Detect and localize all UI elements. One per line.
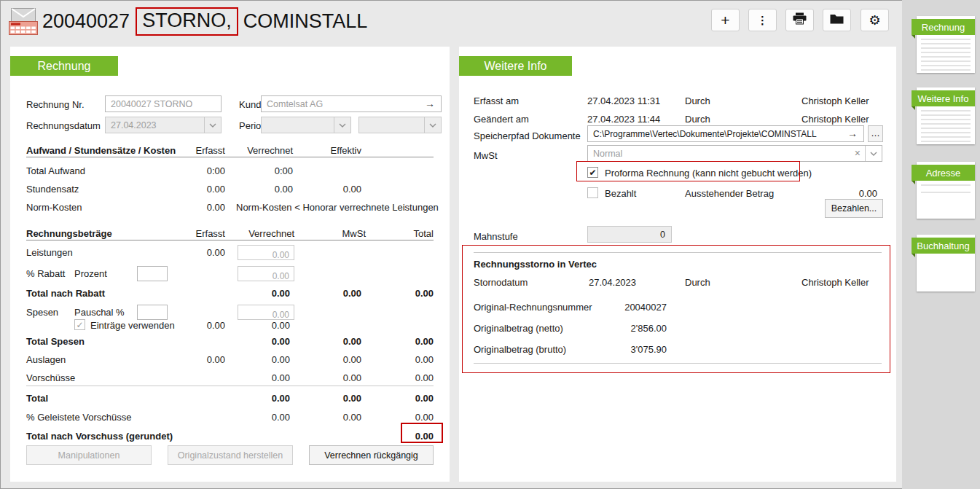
section-divider	[26, 157, 434, 157]
chevron-down-icon[interactable]	[424, 117, 441, 133]
thumbnail-label: Buchhaltung	[917, 240, 969, 251]
page-title: 20040027 STORNO, COMINSTALL	[42, 0, 372, 42]
mahnstufe-row: Mahnstufe	[474, 224, 879, 243]
print-button[interactable]	[785, 9, 814, 31]
thumbnail-adresse[interactable]: Adresse	[902, 162, 980, 223]
menu-button[interactable]: ⋮	[748, 9, 777, 31]
proforma-checkbox[interactable]: ✔	[587, 167, 598, 178]
checkmark-icon: ✔	[589, 168, 596, 177]
thumbnail-label: Adresse	[926, 168, 961, 179]
originalbetrag-netto-value: 2'856.00	[587, 319, 667, 337]
value-total: 0.00	[26, 427, 434, 445]
mahnstufe-label: Mahnstufe	[474, 227, 518, 246]
title-project: COMINSTALL	[243, 10, 368, 33]
total-row: Total 0.00 0.00 0.00	[26, 389, 434, 407]
originalzustand-button[interactable]: Originalzustand herstellen	[168, 445, 293, 465]
kebab-menu-icon: ⋮	[757, 15, 768, 26]
vertec-invoice-window: 20040027 STORNO, COMINSTALL + ⋮	[0, 0, 980, 489]
leistungen-verrechnet-input[interactable]	[238, 245, 294, 260]
rechnungsdatum-label: Rechnungsdatum	[26, 117, 101, 135]
total-aufwand-row: Total Aufwand 0:00 0:00	[26, 162, 434, 180]
mwst-dropdown[interactable]: ×	[587, 145, 882, 162]
gear-icon: ⚙	[869, 14, 880, 27]
row-label: Stornodatum	[474, 273, 528, 292]
thumbnail-content-preview	[921, 39, 971, 73]
chevron-down-icon[interactable]	[334, 117, 350, 133]
settings-button[interactable]: ⚙	[861, 9, 889, 31]
add-button[interactable]: +	[711, 9, 740, 31]
value-total: 0.00	[26, 369, 434, 387]
banner-fold	[912, 106, 915, 110]
value-effektiv: 0.00	[26, 180, 361, 198]
clear-icon[interactable]: ×	[850, 144, 865, 163]
stornodatum-value: 27.04.2023	[589, 273, 636, 292]
original-rechnungsnummer-row: Original-Rechnungsnummer 20040027	[474, 298, 879, 316]
thumbnail-banner: Adresse	[912, 165, 975, 181]
original-rechnungsnummer-value: 20040027	[587, 298, 667, 316]
thumbnail-content-preview	[921, 110, 971, 144]
thumbnail-weitere-info[interactable]: Weitere Info	[902, 87, 980, 149]
originalbetrag-brutto-row: Originalbetrag (brutto) 3'075.90	[474, 340, 879, 359]
geleistete-vorschuesse-row: % Geleistete Vorschüsse 0.00 0.00 0.00	[26, 408, 434, 426]
rechnung-nr-input[interactable]	[105, 95, 222, 112]
path-goto-arrow-icon[interactable]: →	[846, 125, 863, 143]
speicherpfad-row: Speicherpfad Dokumente → …	[474, 124, 879, 142]
weitere-info-banner-label: Weitere Info	[485, 60, 547, 73]
row-label: Originalbetrag (brutto)	[474, 340, 566, 359]
bezahlen-button[interactable]: Bezahlen...	[825, 199, 883, 218]
documents-button[interactable]	[823, 9, 851, 31]
thumbnail-rechnung[interactable]: Rechnung	[902, 16, 980, 77]
value-verrechnet: 0:00	[26, 162, 293, 180]
folder-icon	[830, 14, 844, 27]
mwst-label: MwSt	[474, 146, 498, 165]
chevron-down-icon[interactable]	[204, 117, 221, 133]
stundensatz-row: Stundensatz 0.00 0.00 0.00	[26, 180, 434, 198]
row-divider	[26, 386, 434, 386]
rechnung-panel: Rechnung Rechnung Nr. Kunde → Rechnungsd…	[10, 47, 450, 482]
kunde-input[interactable]: →	[261, 95, 442, 112]
stornodatum-row: Stornodatum 27.04.2023 Durch Christoph K…	[474, 273, 879, 292]
user-name: Christoph Keller	[801, 273, 869, 292]
rechnung-nr-label: Rechnung Nr.	[26, 95, 85, 114]
title-bar: 20040027 STORNO, COMINSTALL + ⋮	[0, 0, 902, 45]
printer-icon	[793, 12, 807, 28]
thumbnail-banner: Rechnung	[912, 19, 975, 35]
vorschuesse-row: Vorschüsse 0.00 0.00 0.00	[26, 369, 434, 387]
rechnungsdatum-dropdown[interactable]	[105, 117, 222, 133]
user-name: Christoph Keller	[801, 92, 869, 110]
total-spesen-row: Total Spesen 0.00 0.00 0.00	[26, 332, 434, 351]
durch-label: Durch	[685, 92, 710, 110]
mahnstufe-input[interactable]	[587, 226, 672, 243]
section-divider	[26, 240, 434, 240]
browse-button[interactable]: …	[868, 125, 883, 142]
thumbnail-label: Rechnung	[922, 22, 965, 33]
rechnung-banner: Rechnung	[10, 56, 118, 76]
storno-divider-top	[474, 252, 882, 253]
title-invoice-number: 20040027	[42, 10, 130, 33]
weitere-info-banner: Weitere Info	[459, 56, 572, 76]
kunde-goto-arrow-icon[interactable]: →	[423, 95, 441, 113]
page-thumbnails-sidebar: Rechnung Weitere Info Adresse Buchhaltun…	[902, 0, 980, 489]
speicherpfad-input[interactable]: →	[587, 125, 864, 142]
norm-kosten-note: Norm-Kosten < Honorar verrechnete Leistu…	[236, 198, 439, 216]
proforma-row: ✔ Proforma Rechnung (kann nicht gebucht …	[474, 164, 879, 182]
rabatt-verrechnet-input[interactable]	[238, 266, 294, 281]
verrechnen-rueckgaengig-button[interactable]: Verrechnen rückgängig	[309, 445, 434, 465]
bezahlt-row: Bezahlt Ausstehender Betrag 0.00	[474, 184, 879, 203]
thumbnail-content-preview	[921, 184, 971, 194]
leistungen-row: Leistungen 0.00	[26, 243, 434, 262]
rabatt-prozent-input[interactable]	[137, 266, 168, 281]
weitere-info-panel: Weitere Info Erfasst am 27.04.2023 11:31…	[459, 47, 896, 482]
banner-fold	[912, 181, 915, 184]
manipulationen-button[interactable]: Manipulationen	[26, 445, 152, 465]
thumbnail-buchhaltung[interactable]: Buchhaltung	[902, 235, 980, 296]
speicherpfad-label: Speicherpfad Dokumente	[474, 127, 581, 145]
periode-dropdown-2[interactable]	[358, 117, 442, 133]
invoice-icon	[9, 7, 38, 38]
thumbnail-label: Weitere Info	[918, 93, 969, 104]
total-nach-vorschuss-row: Total nach Vorschuss (gerundet) 0.00	[26, 427, 434, 445]
thumbnail-banner: Weitere Info	[912, 90, 975, 106]
chevron-down-icon[interactable]	[865, 146, 882, 161]
periode-dropdown-1[interactable]	[261, 117, 351, 133]
proforma-label: Proforma Rechnung (kann nicht gebucht we…	[605, 164, 812, 182]
